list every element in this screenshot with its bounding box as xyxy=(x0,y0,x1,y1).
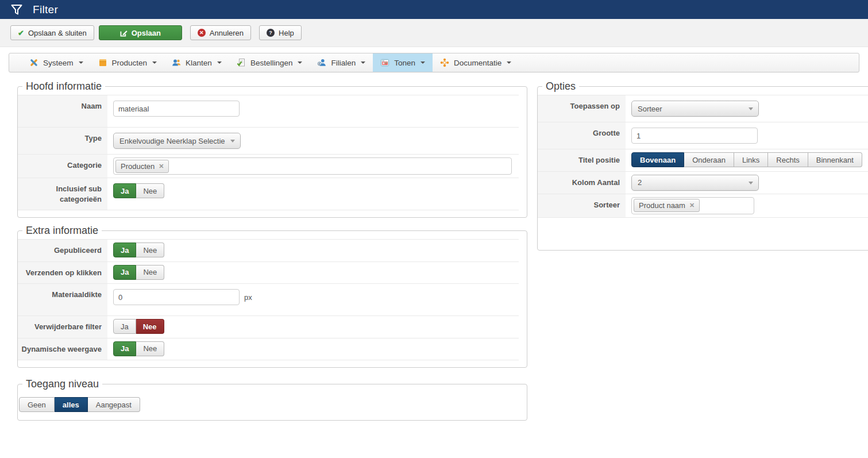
menu-item-klanten[interactable]: Klanten xyxy=(164,53,229,72)
titel-onderaan-button[interactable]: Onderaan xyxy=(684,152,734,167)
field-label: Gepubliceerd xyxy=(18,240,107,261)
docs-icon xyxy=(440,58,449,67)
row-inclusief-sub: Inclusief sub categorieën Ja Nee xyxy=(18,178,519,210)
toggle-ja[interactable]: Ja xyxy=(113,243,136,257)
spacer xyxy=(538,218,868,243)
svg-text:€: € xyxy=(319,62,321,66)
toggle-nee[interactable]: Nee xyxy=(136,243,164,257)
help-button[interactable]: ? Help xyxy=(259,25,302,40)
access-geen-button[interactable]: Geen xyxy=(19,397,55,412)
gepubliceerd-toggle: Ja Nee xyxy=(113,243,164,257)
chevron-down-icon xyxy=(361,61,365,64)
toggle-nee[interactable]: Nee xyxy=(136,265,164,280)
naam-input[interactable] xyxy=(113,101,240,117)
chevron-down-icon xyxy=(217,61,222,64)
sorteer-tag-input[interactable]: Product naam ✕ xyxy=(631,197,754,214)
kolom-select[interactable]: 2 xyxy=(631,175,759,191)
users-icon xyxy=(172,58,181,67)
verwijderbaar-toggle: Ja Nee xyxy=(113,319,164,334)
row-naam: Naam xyxy=(18,95,519,128)
dynamisch-toggle: Ja Nee xyxy=(113,341,164,356)
titel-links-button[interactable]: Links xyxy=(734,152,768,167)
row-sorteer: Sorteer Product naam ✕ xyxy=(538,194,868,218)
section-opties: Opties Toepassen op Sorteer Grootte xyxy=(537,80,868,251)
categorie-tag-input[interactable]: Producten ✕ xyxy=(113,157,512,175)
access-level-group: Geen alles Aangepast xyxy=(19,397,140,412)
left-column: Hoofd informatie Naam Type Enkelvoudige … xyxy=(17,80,527,421)
menu-item-producten[interactable]: Producten xyxy=(91,53,165,72)
row-categorie: Categorie Producten ✕ xyxy=(18,155,519,178)
row-dynamisch: Dynamische weergave Ja Nee xyxy=(18,338,519,361)
row-materiaaldikte: Materiaaldikte px xyxy=(18,284,519,316)
grootte-input[interactable] xyxy=(631,128,758,144)
titel-bovenaan-button[interactable]: Bovenaan xyxy=(631,152,684,167)
save-button[interactable]: Opslaan xyxy=(99,25,182,40)
field-label: Inclusief sub categorieën xyxy=(18,178,107,210)
toggle-nee[interactable]: Nee xyxy=(136,341,164,356)
field-label: Grootte xyxy=(538,122,626,149)
access-alles-button[interactable]: alles xyxy=(55,397,88,412)
toepassen-select[interactable]: Sorteer xyxy=(631,101,759,117)
titel-binnenkant-button[interactable]: Binnenkant xyxy=(808,152,862,167)
section-legend: Extra informatie xyxy=(22,225,102,237)
cancel-button[interactable]: ✕ Annuleren xyxy=(190,25,251,40)
titel-rechts-button[interactable]: Rechts xyxy=(768,152,808,167)
title-bar: Filter xyxy=(0,0,868,19)
chevron-down-icon xyxy=(79,61,83,64)
access-aangepast-button[interactable]: Aangepast xyxy=(88,397,140,412)
toggle-nee[interactable]: Nee xyxy=(136,183,164,198)
page-title: Filter xyxy=(33,3,58,16)
chevron-down-icon xyxy=(749,182,753,184)
help-icon: ? xyxy=(267,29,275,37)
row-gepubliceerd: Gepubliceerd Ja Nee xyxy=(18,240,519,262)
section-toegang-niveau: Toegang niveau Geen alles Aangepast xyxy=(17,378,527,421)
field-label: Categorie xyxy=(18,155,107,178)
chevron-down-icon xyxy=(421,61,425,64)
menu-item-filialen[interactable]: € Filialen xyxy=(310,53,373,72)
remove-tag-icon[interactable]: ✕ xyxy=(689,202,695,209)
toggle-ja[interactable]: Ja xyxy=(113,319,136,334)
save-close-button[interactable]: ✔ Opslaan & sluiten xyxy=(10,25,94,40)
section-extra-informatie: Extra informatie Gepubliceerd Ja Nee Ver… xyxy=(17,225,527,368)
toggle-nee[interactable]: Nee xyxy=(136,319,164,334)
chevron-down-icon xyxy=(507,61,511,64)
titel-positie-group: Bovenaan Onderaan Links Rechts Binnenkan… xyxy=(631,152,862,167)
type-select[interactable]: Enkelvoudige Neerklap Selectie xyxy=(113,133,241,149)
row-grootte: Grootte xyxy=(538,122,868,149)
section-hoofd-informatie: Hoofd informatie Naam Type Enkelvoudige … xyxy=(17,80,527,218)
row-toepassen-op: Toepassen op Sorteer xyxy=(538,95,868,122)
row-titel-positie: Titel positie Bovenaan Onderaan Links Re… xyxy=(538,149,868,172)
field-label: Kolom Aantal xyxy=(538,172,626,194)
toolbar: ✔ Opslaan & sluiten Opslaan ✕ Annuleren … xyxy=(0,19,868,47)
chevron-down-icon xyxy=(230,140,235,143)
field-label: Sorteer xyxy=(538,194,626,217)
menu-item-bestellingen[interactable]: Bestellingen xyxy=(229,53,310,72)
chevron-down-icon xyxy=(152,61,157,64)
row-verzenden: Verzenden op klikken Ja Nee xyxy=(18,262,519,284)
subcat-toggle: Ja Nee xyxy=(113,183,164,198)
right-column: Opties Toepassen op Sorteer Grootte xyxy=(537,80,868,251)
box-icon xyxy=(98,58,107,67)
menu-item-systeem[interactable]: Systeem xyxy=(22,53,91,72)
toggle-ja[interactable]: Ja xyxy=(113,341,136,356)
edit-icon xyxy=(120,29,128,37)
chevron-down-icon xyxy=(298,61,302,64)
remove-tag-icon[interactable]: ✕ xyxy=(159,163,164,170)
materiaaldikte-input[interactable] xyxy=(113,289,240,305)
field-label: Type xyxy=(18,128,107,154)
row-kolom-aantal: Kolom Aantal 2 xyxy=(538,172,868,194)
menu-item-tonen[interactable]: Tonen xyxy=(373,53,433,72)
orders-icon xyxy=(237,58,246,67)
menu-item-documentatie[interactable]: Documentatie xyxy=(433,53,519,72)
toggle-ja[interactable]: Ja xyxy=(113,183,136,198)
branches-icon: € xyxy=(317,58,326,67)
section-legend: Hoofd informatie xyxy=(22,80,105,93)
tag-product-naam: Product naam ✕ xyxy=(634,199,700,212)
section-legend: Opties xyxy=(542,80,579,93)
verzenden-toggle: Ja Nee xyxy=(113,265,164,280)
field-label: Materiaaldikte xyxy=(18,284,107,315)
field-label: Verzenden op klikken xyxy=(18,262,107,284)
main-menu: Systeem Producten Klanten xyxy=(9,53,859,72)
toggle-ja[interactable]: Ja xyxy=(113,265,136,280)
unit-label: px xyxy=(244,293,252,302)
